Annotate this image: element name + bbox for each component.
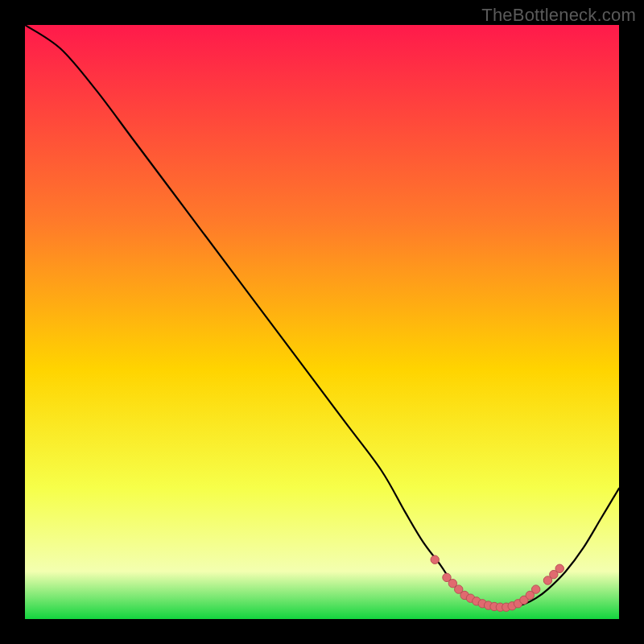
chart-frame: TheBottleneck.com	[0, 0, 644, 644]
watermark-text: TheBottleneck.com	[481, 5, 636, 26]
curve-marker	[555, 564, 564, 572]
chart-svg	[25, 25, 619, 619]
curve-marker	[531, 585, 539, 593]
plot-area	[25, 25, 619, 619]
curve-marker	[431, 555, 439, 564]
